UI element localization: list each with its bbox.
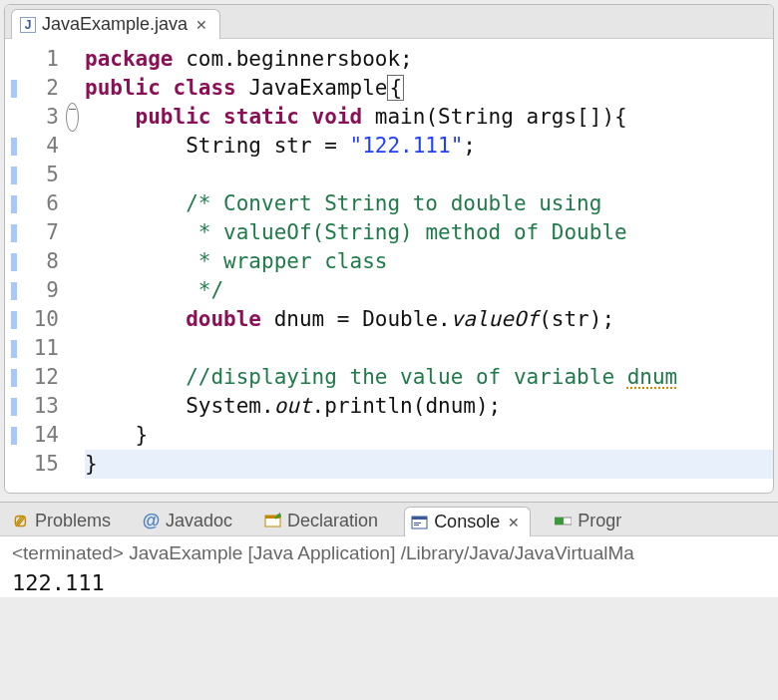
editor-tab-bar: J JavaExample.java ✕ [5, 5, 773, 39]
bottom-tab-bar: ⎚ Problems @ Javadoc Declaration Console… [0, 503, 778, 536]
console-output[interactable]: 122.111 [0, 568, 778, 597]
line-number-gutter: 123456789101112131415 [23, 45, 63, 479]
tab-problems-label: Problems [35, 511, 111, 531]
close-icon[interactable]: ✕ [506, 515, 522, 530]
java-file-icon: J [20, 17, 36, 33]
tab-declaration[interactable]: Declaration [258, 507, 386, 535]
tab-console[interactable]: Console ✕ [404, 507, 531, 536]
tab-progress[interactable]: Progr [549, 507, 629, 535]
tab-problems[interactable]: ⎚ Problems [6, 507, 119, 535]
svg-rect-5 [414, 523, 421, 524]
code-editor[interactable]: 123456789101112131415 package com.beginn… [5, 39, 773, 493]
tab-declaration-label: Declaration [287, 511, 378, 531]
close-icon[interactable]: ✕ [194, 17, 209, 33]
progress-icon [555, 513, 572, 529]
change-marker-gutter [5, 45, 23, 479]
svg-rect-8 [555, 518, 564, 525]
editor-tab[interactable]: J JavaExample.java ✕ [11, 9, 220, 39]
declaration-icon [264, 513, 281, 529]
bottom-panel: ⎚ Problems @ Javadoc Declaration Console… [0, 502, 778, 597]
javadoc-icon: @ [143, 513, 160, 529]
svg-rect-6 [414, 525, 419, 525]
tab-javadoc-label: Javadoc [166, 511, 232, 531]
console-icon [411, 514, 428, 530]
svg-rect-4 [412, 517, 427, 520]
tab-progress-label: Progr [578, 511, 621, 531]
editor-tab-label: JavaExample.java [42, 14, 188, 35]
fold-toggle-icon[interactable] [66, 103, 79, 132]
editor-panel: J JavaExample.java ✕ 1234567891011121314… [4, 4, 774, 494]
tab-javadoc[interactable]: @ Javadoc [137, 507, 240, 535]
problems-icon: ⎚ [12, 513, 29, 529]
tab-console-label: Console [434, 512, 500, 532]
fold-gutter [63, 45, 81, 479]
console-status: <terminated> JavaExample [Java Applicati… [0, 536, 778, 568]
source-code[interactable]: package com.beginnersbook;public class J… [81, 45, 773, 479]
